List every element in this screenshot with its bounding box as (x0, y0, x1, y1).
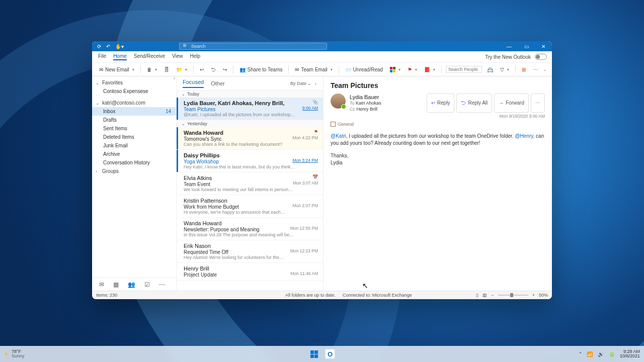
archive-button[interactable]: 🗄 (162, 66, 171, 73)
message-group-header[interactable]: Today (177, 90, 323, 98)
favorites-header[interactable]: Favorites (92, 78, 176, 87)
folder-sent-items[interactable]: Sent Items (92, 124, 176, 133)
people-nav-icon[interactable]: 👥 (128, 281, 135, 288)
message-item[interactable]: Wanda Howard Newsletter: Purpose and Mea… (177, 218, 323, 240)
new-email-button[interactable]: ✉ New Email▾ (97, 66, 136, 73)
folder-junk-email[interactable]: Junk Email (92, 141, 176, 150)
undo-icon[interactable]: ↶ (106, 44, 110, 49)
reply-icon-button[interactable]: ↩ (198, 66, 206, 73)
message-item[interactable]: ⚑ Wanda Howard Tomorrow's Sync Can you s… (177, 127, 323, 150)
calendar-nav-icon[interactable]: ▦ (113, 281, 119, 288)
volume-icon[interactable]: 🔊 (598, 351, 604, 357)
address-book2-button[interactable]: 📇 (485, 66, 495, 73)
team-email-button[interactable]: ✉ Team Email▾ (293, 66, 334, 73)
start-button[interactable] (309, 349, 319, 359)
weather-widget[interactable]: ☀ 78°F Sunny (4, 349, 25, 358)
zoom-out[interactable]: − (491, 293, 494, 298)
forward-button[interactable]: →Forward (494, 94, 529, 113)
menu-tab-view[interactable]: View (172, 53, 183, 60)
todo-nav-icon[interactable]: ☑ (144, 281, 150, 288)
folder-conversation-history[interactable]: Conversation History (92, 158, 176, 167)
search-people-input[interactable] (446, 66, 482, 73)
clock[interactable]: 9:28 AM 10/6/2021 (620, 349, 640, 358)
more-button[interactable]: ⋯ (531, 66, 540, 73)
more-nav-icon[interactable]: ⋯ (159, 281, 165, 288)
menu-row: FileHomeSend/ReceiveViewHelp Try the New… (92, 51, 552, 63)
flag-button[interactable]: ⚑▾ (406, 66, 419, 73)
account-header[interactable]: katri@contoso.com (92, 99, 176, 107)
channel-icon (331, 122, 336, 127)
addins-button[interactable]: ⊞ (520, 66, 528, 73)
menu-tab-sendreceive[interactable]: Send/Receive (134, 53, 165, 60)
contacts-icon: 📇 (487, 67, 493, 72)
unread-read-button[interactable]: 📨 Unread/Read (343, 66, 385, 73)
maximize-button[interactable]: ▭ (518, 41, 535, 51)
filter-button[interactable]: ▽▾ (498, 66, 511, 73)
sort-direction[interactable]: ↓ (315, 81, 317, 86)
message-item[interactable]: 📅 Elvia Atkins Team Event We look forwar… (177, 172, 323, 195)
tab-other[interactable]: Other (211, 80, 225, 86)
groups-header[interactable]: Groups (92, 167, 176, 175)
from-details: Lydia Bauer To Katri Ahokas Cc Henry Bri… (350, 94, 381, 113)
tab-focused[interactable]: Focused (183, 79, 204, 88)
envelope-icon: 📨 (345, 67, 351, 72)
categorize-icon (390, 67, 395, 72)
wifi-icon[interactable]: 📶 (587, 351, 593, 357)
folder-pane: ‹ Favorites Contoso Expensese katri@cont… (92, 76, 177, 291)
more-actions-button[interactable]: ⋯ (531, 94, 545, 113)
reply-all-button[interactable]: ⮌Reply All (456, 94, 492, 113)
try-new-outlook-label: Try the New Outlook (485, 54, 531, 60)
folder-contoso[interactable]: Contoso Expensese (92, 87, 176, 96)
sort-by[interactable]: By Date ⌄ (290, 81, 312, 86)
message-item[interactable]: Daisy Phillips Yoga Workshop Hey Katri, … (177, 150, 323, 172)
categorize-button[interactable]: ▾ (388, 66, 403, 73)
search-icon: 🔍 (183, 44, 188, 49)
touch-icon[interactable]: ✋▾ (115, 44, 124, 49)
move-icon: 📁 (176, 67, 182, 72)
message-item[interactable]: 📎 Lydia Bauer, Katri Ahokas, Henry Brill… (177, 98, 323, 120)
message-item[interactable]: Erik Nason Requested Time Off Hey Alumni… (177, 240, 323, 263)
view-normal-icon[interactable]: ▯ (476, 293, 478, 298)
outlook-taskbar-icon[interactable]: O (325, 349, 335, 359)
sender-avatar (331, 94, 346, 109)
status-items: Items: 230 (96, 293, 117, 298)
folder-inbox[interactable]: Inbox14 (92, 107, 176, 116)
status-bar: Items: 230 All folders are up to date. C… (92, 291, 552, 299)
zoom-slider[interactable] (498, 295, 528, 296)
titlebar: ⟳ ↶ ✋▾ 🔍 Search ― ▭ ✕ (92, 41, 552, 51)
folder-archive[interactable]: Archive (92, 150, 176, 158)
move-button[interactable]: 📁▾ (174, 66, 189, 73)
mail-nav-icon[interactable]: ✉ (99, 281, 104, 288)
trash-icon: 🗑 (147, 67, 152, 72)
channel-chip[interactable]: General (331, 122, 545, 127)
menu-tab-home[interactable]: Home (113, 53, 127, 60)
sync-icon[interactable]: ⟳ (97, 44, 101, 49)
status-connected: Connected to: Microsoft Exchange (343, 293, 412, 298)
menu-tab-file[interactable]: File (98, 53, 106, 60)
minimize-button[interactable]: ― (501, 41, 518, 51)
message-item[interactable]: Henry Brill Project Update Mon 11:46 AM (177, 263, 323, 281)
share-teams-button[interactable]: 👥 Share to Teams (237, 66, 285, 73)
teams-icon: 👥 (239, 67, 246, 72)
folder-deleted-items[interactable]: Deleted Items (92, 133, 176, 141)
book-icon: 📕 (424, 67, 430, 72)
flag-icon: ⚑ (408, 67, 412, 72)
reply-all-icon-button[interactable]: ⮌ (209, 66, 218, 73)
zoom-in[interactable]: + (532, 293, 535, 298)
folder-drafts[interactable]: Drafts (92, 116, 176, 124)
reply-button[interactable]: ↩Reply (427, 94, 455, 113)
address-book-button[interactable]: 📕▾ (422, 66, 437, 73)
message-item[interactable]: Kristin Patternson Work from Home Budget… (177, 195, 323, 218)
delete-button[interactable]: 🗑▾ (145, 66, 159, 73)
flag-icon: ⚑ (314, 129, 318, 134)
forward-icon-button[interactable]: ↪ (221, 66, 229, 73)
global-search[interactable]: 🔍 Search (179, 43, 327, 50)
tray-chevron-icon[interactable]: ˄ (579, 351, 582, 357)
battery-icon[interactable]: 🔋 (609, 351, 615, 357)
try-new-outlook-toggle[interactable] (535, 54, 547, 60)
message-group-header[interactable]: Yesterday (177, 120, 323, 127)
close-button[interactable]: ✕ (535, 41, 552, 51)
menu-tab-help[interactable]: Help (190, 53, 201, 60)
view-reading-icon[interactable]: ▥ (482, 293, 487, 298)
ribbon-expand[interactable]: ⌄ (543, 67, 547, 72)
